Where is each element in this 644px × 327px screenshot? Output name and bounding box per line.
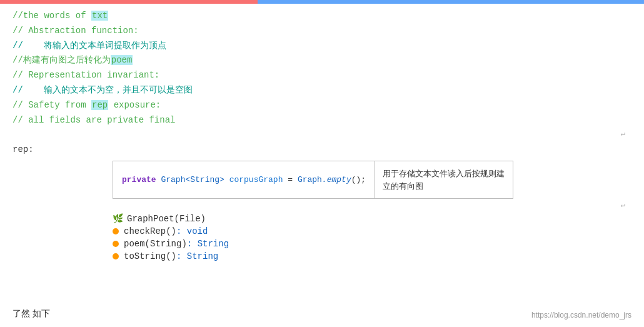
code-line-8: // all fields are private final — [13, 113, 631, 128]
class-graph: Graph — [298, 175, 322, 184]
rep-highlight: rep — [91, 100, 108, 110]
checkrep-item: checkRep() : void — [113, 226, 644, 236]
poem-item: poem(String) : String — [113, 239, 644, 249]
table-description: 用于存储文本文件读入后按规则建立的有向图 — [375, 161, 513, 198]
method-empty: .empty — [322, 175, 351, 184]
tostring-bullet — [113, 253, 119, 259]
tostring-return: : String — [176, 251, 218, 261]
poem-bullet — [113, 241, 119, 247]
poem-highlight: poem — [111, 55, 133, 65]
return-symbol-2: ↵ — [0, 200, 644, 209]
checkrep-name: checkRep() — [124, 226, 176, 236]
progress-highlight — [394, 0, 469, 4]
code-line-2: // Abstraction function: — [13, 24, 631, 39]
code-line-3: // 将输入的文本单词提取作为顶点 — [13, 39, 631, 54]
poem-name: poem(String) — [124, 239, 187, 249]
rep-section: rep: private Graph<String> corpusGraph =… — [0, 138, 644, 199]
top-progress-bar — [0, 0, 644, 4]
bottom-bar: 了然 如下 https://blog.csdn.net/demo_jrs — [0, 306, 644, 322]
watermark: https://blog.csdn.net/demo_jrs — [531, 311, 631, 319]
keyword-private: private — [122, 175, 156, 184]
graphpoet-constructor-item: 🌿 GraphPoet(File) — [113, 213, 644, 224]
code-line-4: //构建有向图之后转化为poem — [13, 53, 631, 68]
method-paren: (); — [351, 175, 366, 184]
code-line-6: // 输入的文本不为空，并且不可以是空图 — [13, 83, 631, 98]
graphpoet-constructor-name: GraphPoet(File) — [127, 214, 206, 224]
tostring-name: toString() — [124, 251, 176, 261]
checkrep-return: : void — [176, 226, 208, 236]
code-line-1: //the words of txt — [13, 9, 631, 24]
field-corpusgraph: corpusGraph — [229, 175, 283, 184]
equals-sign: = — [283, 175, 297, 184]
txt-highlight: txt — [91, 11, 108, 21]
bottom-label: 了然 如下 — [13, 308, 50, 319]
return-symbol-1: ↵ — [0, 128, 644, 138]
rep-table: private Graph<String> corpusGraph = Grap… — [113, 161, 513, 199]
rep-label: rep: — [13, 144, 631, 154]
code-line-5: // Representation invariant: — [13, 68, 631, 83]
table-code-cell: private Graph<String> corpusGraph = Grap… — [113, 161, 375, 198]
code-comments-area: //the words of txt // Abstraction functi… — [0, 4, 644, 128]
type-graph: Graph<String> — [161, 175, 224, 184]
checkrep-bullet — [113, 228, 119, 234]
methods-section: 🌿 GraphPoet(File) checkRep() : void poem… — [100, 213, 644, 261]
tostring-item: toString() : String — [113, 251, 644, 261]
code-line-7: // Safety from rep exposure: — [13, 98, 631, 113]
graphpoet-icon: 🌿 — [113, 213, 123, 224]
poem-return: : String — [187, 239, 229, 249]
